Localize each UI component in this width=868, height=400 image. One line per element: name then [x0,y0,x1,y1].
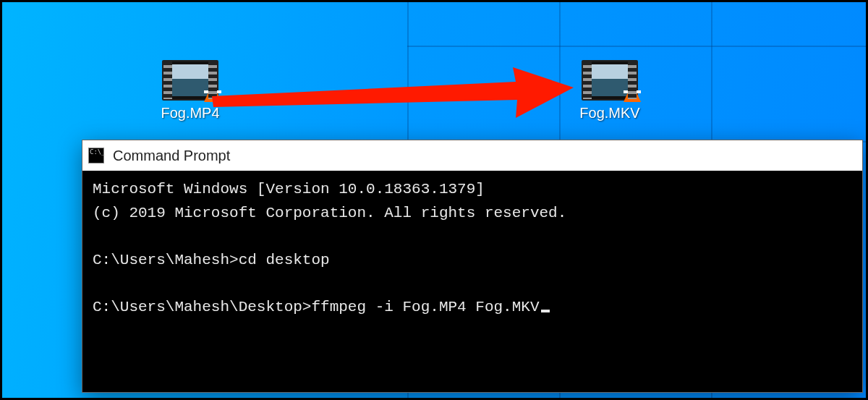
desktop-file-fog-mp4[interactable]: Fog.MP4 [147,60,234,122]
video-file-icon [162,60,218,101]
cmd-command-2: ffmpeg -i Fog.MP4 Fog.MKV [311,299,539,315]
cmd-title-text: Command Prompt [113,148,230,164]
desktop-file-label: Fog.MKV [566,105,653,122]
cmd-command-1: cd desktop [239,252,330,268]
cmd-copyright-line: (c) 2019 Microsoft Corporation. All righ… [93,205,566,221]
cmd-cursor [541,310,550,312]
vlc-cone-icon [204,83,221,102]
cmd-titlebar[interactable]: Command Prompt [82,140,862,171]
command-prompt-window[interactable]: Command Prompt Microsoft Windows [Versio… [82,140,863,393]
cmd-version-line: Microsoft Windows [Version 10.0.18363.13… [93,181,485,197]
screenshot-frame: Fog.MP4 Fog.MKV Command Prompt Microsoft… [0,0,868,400]
desktop-file-fog-mkv[interactable]: Fog.MKV [566,60,653,122]
video-file-icon [582,60,638,101]
cmd-app-icon [88,148,104,163]
cmd-prompt-1: C:\Users\Mahesh> [93,252,239,268]
annotation-arrow [212,67,574,125]
vlc-cone-icon [624,83,641,102]
cmd-prompt-2: C:\Users\Mahesh\Desktop> [93,299,311,315]
cmd-output[interactable]: Microsoft Windows [Version 10.0.18363.13… [82,171,862,326]
desktop-file-label: Fog.MP4 [147,105,234,122]
